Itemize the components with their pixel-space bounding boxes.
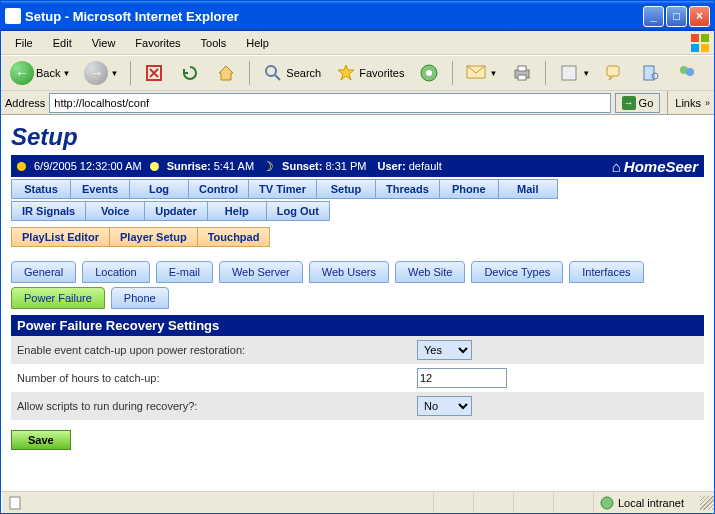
search-icon <box>262 62 284 84</box>
statusbar: Local intranet <box>1 491 714 513</box>
config-tabs: General Location E-mail Web Server Web U… <box>11 261 704 283</box>
svg-rect-14 <box>518 75 526 80</box>
menu-favorites[interactable]: Favorites <box>127 35 188 51</box>
tab-status[interactable]: Status <box>11 179 71 199</box>
mail-icon <box>465 62 487 84</box>
menu-edit[interactable]: Edit <box>45 35 80 51</box>
ctab-location[interactable]: Location <box>82 261 150 283</box>
menu-tools[interactable]: Tools <box>193 35 235 51</box>
ctab-webserver[interactable]: Web Server <box>219 261 303 283</box>
mail-button[interactable]: ▼ <box>460 59 502 87</box>
ctab-devicetypes[interactable]: Device Types <box>471 261 563 283</box>
home-button[interactable] <box>210 59 242 87</box>
clock-icon <box>17 162 26 171</box>
svg-rect-15 <box>562 66 576 80</box>
tab-player-setup[interactable]: Player Setup <box>109 227 198 247</box>
close-button[interactable]: × <box>689 6 710 27</box>
svg-point-20 <box>686 68 694 76</box>
status-main <box>1 492 434 513</box>
moon-icon: ☽ <box>262 159 274 174</box>
scripts-select[interactable]: No <box>417 396 472 416</box>
forward-button[interactable]: →▼ <box>79 59 123 87</box>
tab-tvtimer[interactable]: TV Timer <box>248 179 317 199</box>
messenger-icon <box>676 62 698 84</box>
minimize-button[interactable]: _ <box>643 6 664 27</box>
ctab-powerfailure[interactable]: Power Failure <box>11 287 105 309</box>
ctab-general[interactable]: General <box>11 261 76 283</box>
tab-setup[interactable]: Setup <box>316 179 376 199</box>
go-arrow-icon: → <box>622 96 636 110</box>
tab-voice[interactable]: Voice <box>85 201 145 221</box>
ctab-interfaces[interactable]: Interfaces <box>569 261 643 283</box>
resize-grip[interactable] <box>700 496 714 510</box>
tab-updater[interactable]: Updater <box>144 201 208 221</box>
star-icon <box>335 62 357 84</box>
config-tabs-row2: Power Failure Phone <box>11 287 704 309</box>
links-label[interactable]: Links <box>675 97 701 109</box>
menu-file[interactable]: File <box>7 35 41 51</box>
messenger-button[interactable] <box>671 59 703 87</box>
main-tabs-row2: IR Signals Voice Updater Help Log Out <box>11 201 704 221</box>
research-icon <box>640 62 662 84</box>
back-button[interactable]: ←Back ▼ <box>5 59 75 87</box>
tab-logout[interactable]: Log Out <box>266 201 330 221</box>
ctab-phone[interactable]: Phone <box>111 287 169 309</box>
tab-irsignals[interactable]: IR Signals <box>11 201 86 221</box>
tab-events[interactable]: Events <box>70 179 130 199</box>
address-input[interactable] <box>49 93 610 113</box>
windows-logo-icon <box>690 33 710 53</box>
ctab-website[interactable]: Web Site <box>395 261 465 283</box>
discuss-button[interactable] <box>599 59 631 87</box>
go-button[interactable]: →Go <box>615 93 661 113</box>
orange-tabs: PlayList Editor Player Setup Touchpad <box>11 227 704 247</box>
dropdown-icon: ▼ <box>110 69 118 78</box>
enable-select[interactable]: Yes <box>417 340 472 360</box>
menu-view[interactable]: View <box>84 35 124 51</box>
menu-help[interactable]: Help <box>238 35 277 51</box>
enable-label: Enable event catch-up upon power restora… <box>17 344 417 356</box>
research-button[interactable] <box>635 59 667 87</box>
dropdown-icon: ▼ <box>62 69 70 78</box>
refresh-button[interactable] <box>174 59 206 87</box>
tab-playlist-editor[interactable]: PlayList Editor <box>11 227 110 247</box>
ctab-email[interactable]: E-mail <box>156 261 213 283</box>
tab-touchpad[interactable]: Touchpad <box>197 227 271 247</box>
tab-log[interactable]: Log <box>129 179 189 199</box>
save-button[interactable]: Save <box>11 430 71 450</box>
address-bar: Address →Go Links » <box>1 91 714 115</box>
stop-icon <box>143 62 165 84</box>
tab-help[interactable]: Help <box>207 201 267 221</box>
favorites-button[interactable]: Favorites <box>330 59 409 87</box>
print-button[interactable] <box>506 59 538 87</box>
ctab-webusers[interactable]: Web Users <box>309 261 389 283</box>
setting-row-enable: Enable event catch-up upon power restora… <box>11 336 704 364</box>
window-title: Setup - Microsoft Internet Explorer <box>25 9 643 24</box>
page-icon <box>8 496 22 510</box>
stop-button[interactable] <box>138 59 170 87</box>
tab-threads[interactable]: Threads <box>375 179 440 199</box>
svg-rect-13 <box>518 66 526 71</box>
hours-label: Number of hours to catch-up: <box>17 372 417 384</box>
hours-input[interactable] <box>417 368 507 388</box>
back-arrow-icon: ← <box>10 61 34 85</box>
tab-mail[interactable]: Mail <box>498 179 558 199</box>
search-button[interactable]: Search <box>257 59 326 87</box>
print-icon <box>511 62 533 84</box>
media-button[interactable] <box>413 59 445 87</box>
tab-phone[interactable]: Phone <box>439 179 499 199</box>
browser-window: Setup - Microsoft Internet Explorer _ □ … <box>0 0 715 514</box>
dropdown-icon: ▼ <box>582 69 590 78</box>
svg-line-8 <box>275 75 280 80</box>
forward-arrow-icon: → <box>84 61 108 85</box>
edit-button[interactable]: ▼ <box>553 59 595 87</box>
maximize-button[interactable]: □ <box>666 6 687 27</box>
svg-rect-1 <box>701 34 709 42</box>
status-bar-strip: 6/9/2005 12:32:00 AM Sunrise: 5:41 AM ☽ … <box>11 155 704 177</box>
svg-point-10 <box>426 70 432 76</box>
tab-control[interactable]: Control <box>188 179 249 199</box>
sun-icon <box>150 162 159 171</box>
house-icon: ⌂ <box>612 158 621 175</box>
setting-row-hours: Number of hours to catch-up: <box>11 364 704 392</box>
dropdown-icon: ▼ <box>489 69 497 78</box>
chevron-right-icon[interactable]: » <box>705 98 710 108</box>
